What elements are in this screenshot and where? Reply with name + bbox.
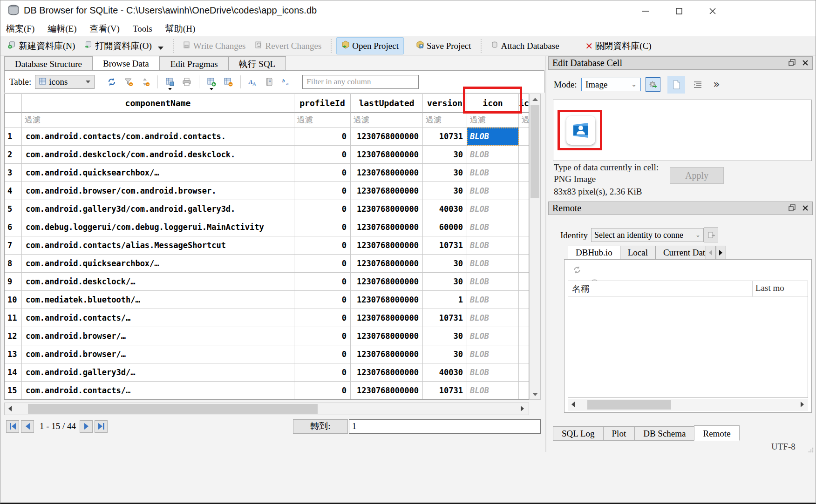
cell-lastupdated[interactable]: 1230768000000 — [351, 236, 423, 255]
filter-input-profileid[interactable]: 過濾 — [294, 113, 351, 128]
cell-lastupdated[interactable]: 1230768000000 — [351, 291, 423, 309]
cell-componentname[interactable]: com.android.contacts/… — [22, 382, 294, 400]
print-button[interactable] — [180, 75, 194, 88]
close-panel-icon[interactable] — [802, 203, 809, 214]
refresh-button[interactable] — [105, 75, 119, 88]
cell-clipped[interactable] — [519, 327, 529, 345]
cell-componentname[interactable]: com.android.browser/… — [22, 327, 294, 345]
cell-lastupdated[interactable]: 1230768000000 — [351, 363, 423, 382]
cell-clipped[interactable] — [519, 146, 529, 164]
remote-list-column-name[interactable]: 名稱 — [568, 281, 753, 296]
auto-switch-mode-button[interactable] — [646, 77, 660, 92]
dock-splitter[interactable] — [545, 56, 546, 452]
cell-lastupdated[interactable]: 1230768000000 — [351, 327, 423, 345]
edit-display-format-button[interactable]: AA — [246, 75, 260, 88]
revert-changes-button[interactable]: Revert Changes — [250, 38, 326, 54]
cell-clipped[interactable] — [519, 255, 529, 273]
last-record-button[interactable] — [95, 420, 108, 433]
maximize-button[interactable] — [667, 3, 691, 19]
remote-list-column-lastmodified[interactable]: Last mo — [753, 281, 808, 296]
tab-browse-data[interactable]: Browse Data — [92, 56, 160, 70]
cell-clipped[interactable] — [519, 363, 529, 382]
cell-version[interactable]: 30 — [423, 182, 467, 200]
previous-record-button[interactable] — [21, 420, 34, 433]
cell-version[interactable]: 1 — [423, 291, 467, 309]
float-panel-icon[interactable] — [789, 203, 796, 214]
cell-lastupdated[interactable]: 1230768000000 — [351, 309, 423, 327]
cell-icon-blob[interactable]: BLOB — [467, 291, 519, 309]
cell-profileid[interactable]: 0 — [294, 200, 351, 218]
cell-version[interactable]: 30 — [423, 345, 467, 363]
close-database-button[interactable]: ✕ 關閉資料庫(C) — [581, 37, 656, 55]
remote-refresh-button[interactable] — [570, 263, 584, 276]
cell-profileid[interactable]: 0 — [294, 273, 351, 291]
cell-clipped[interactable] — [519, 182, 529, 200]
dock-tab-remote[interactable]: Remote — [694, 425, 739, 441]
column-header-componentname[interactable]: componentName — [22, 94, 294, 113]
cell-version[interactable]: 30 — [423, 255, 467, 273]
cell-componentname[interactable]: com.android.contacts/… — [22, 309, 294, 327]
next-record-button[interactable] — [80, 420, 93, 433]
cell-componentname[interactable]: com.android.quicksearchbox/… — [22, 164, 294, 182]
cell-lastupdated[interactable]: 1230768000000 — [351, 218, 423, 236]
cell-profileid[interactable]: 0 — [294, 218, 351, 236]
open-database-button[interactable]: 打開資料庫(O) — [80, 37, 168, 55]
cell-componentname[interactable]: com.android.browser/… — [22, 345, 294, 363]
remote-scroll-thumb[interactable] — [587, 400, 671, 410]
scroll-left-button[interactable] — [568, 399, 578, 410]
apply-button[interactable]: Apply — [670, 167, 724, 184]
menu-view[interactable]: 查看(V) — [90, 23, 120, 35]
cell-profileid[interactable]: 0 — [294, 128, 351, 146]
cell-clipped[interactable] — [519, 309, 529, 327]
text-view-toggle-button[interactable] — [667, 76, 685, 94]
cell-clipped[interactable] — [519, 236, 529, 255]
cell-clipped[interactable] — [519, 218, 529, 236]
cell-lastupdated[interactable]: 1230768000000 — [351, 382, 423, 400]
close-button[interactable] — [701, 3, 724, 19]
cell-icon-blob[interactable]: BLOB — [467, 128, 519, 146]
cell-version[interactable]: 40030 — [423, 363, 467, 382]
resize-grip[interactable] — [807, 446, 814, 453]
cell-componentname[interactable]: com.android.contacts/alias.MessageShortc… — [22, 236, 294, 255]
column-header-profileid[interactable]: profileId — [294, 94, 351, 113]
cell-icon-blob[interactable]: BLOB — [467, 273, 519, 291]
cell-icon-blob[interactable]: BLOB — [467, 382, 519, 400]
cell-clipped[interactable] — [519, 273, 529, 291]
goto-record-input[interactable] — [349, 419, 541, 434]
menu-edit[interactable]: 編輯(E) — [48, 23, 76, 35]
grid-horizontal-scrollbar[interactable] — [4, 403, 529, 415]
scroll-down-button[interactable] — [530, 389, 540, 399]
tab-scroll-left-button[interactable] — [706, 246, 716, 259]
delete-record-button[interactable] — [221, 75, 235, 88]
insert-record-dropdown-icon[interactable] — [210, 88, 213, 90]
cell-profileid[interactable]: 0 — [294, 327, 351, 345]
filter-input-clipped[interactable]: 過濾 — [519, 113, 529, 128]
cell-profileid[interactable]: 0 — [294, 345, 351, 363]
cell-version[interactable]: 30 — [423, 164, 467, 182]
cell-icon-blob[interactable]: BLOB — [467, 146, 519, 164]
scroll-right-button[interactable] — [797, 399, 808, 410]
save-project-button[interactable]: Save Project — [411, 38, 476, 54]
import-certificate-button[interactable] — [704, 227, 718, 242]
cell-version[interactable]: 60000 — [423, 218, 467, 236]
cell-version[interactable]: 40030 — [423, 200, 467, 218]
cell-lastupdated[interactable]: 1230768000000 — [351, 164, 423, 182]
cell-version[interactable]: 10731 — [423, 236, 467, 255]
filter-input-lastupdated[interactable]: 過濾 — [351, 113, 423, 128]
cell-version[interactable]: 30 — [423, 327, 467, 345]
horizontal-scroll-thumb[interactable] — [28, 404, 318, 414]
cell-profileid[interactable]: 0 — [294, 236, 351, 255]
cell-clipped[interactable] — [519, 128, 529, 146]
cell-profileid[interactable]: 0 — [294, 164, 351, 182]
close-panel-icon[interactable] — [802, 58, 809, 68]
cell-version[interactable]: 30 — [423, 146, 467, 164]
menu-tools[interactable]: Tools — [133, 24, 152, 34]
cell-componentname[interactable]: com.android.quicksearchbox/… — [22, 255, 294, 273]
minimize-button[interactable] — [634, 3, 657, 19]
cell-componentname[interactable]: com.android.contacts/com.android.contact… — [22, 128, 294, 146]
vertical-scroll-thumb[interactable] — [530, 105, 539, 198]
filter-input-icon[interactable]: 過濾 — [467, 113, 519, 128]
cell-icon-blob[interactable]: BLOB — [467, 363, 519, 382]
menu-file[interactable]: 檔案(F) — [6, 23, 34, 35]
save-results-view-button[interactable] — [163, 75, 177, 88]
